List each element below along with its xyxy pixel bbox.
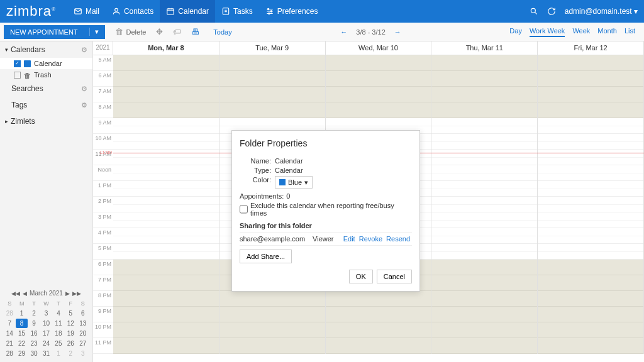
color-select[interactable]: Blue ▾	[275, 176, 313, 189]
hour-cell[interactable]	[431, 228, 537, 244]
sidebar-zimlets-header[interactable]: ▸ Zimlets	[0, 113, 92, 129]
mini-day[interactable]: 16	[28, 329, 40, 338]
hour-cell[interactable]	[113, 165, 219, 181]
mini-day[interactable]: 4	[53, 309, 64, 318]
hour-cell[interactable]	[431, 260, 537, 275]
refresh-icon[interactable]	[547, 7, 556, 16]
mini-day[interactable]: 7	[4, 319, 15, 328]
mini-day[interactable]: 19	[65, 329, 76, 338]
hour-cell[interactable]	[431, 338, 537, 354]
sidebar-calendars-header[interactable]: ▾ Calendars ⚙	[0, 41, 92, 58]
hour-cell[interactable]	[538, 181, 643, 197]
mini-day[interactable]: 6	[77, 309, 89, 318]
day-header-mon[interactable]: Mon, Mar 8	[113, 41, 219, 55]
delete-button[interactable]: 🗑 Delete	[110, 25, 152, 39]
mini-day[interactable]: 15	[16, 329, 27, 338]
hour-cell[interactable]	[113, 181, 219, 197]
mini-day[interactable]: 3	[77, 349, 89, 358]
mini-day[interactable]: 8	[16, 319, 27, 328]
hour-cell[interactable]	[431, 291, 537, 307]
day-header-fri[interactable]: Fri, Mar 12	[538, 41, 644, 55]
hour-cell[interactable]	[219, 307, 325, 322]
mini-day[interactable]: 25	[53, 339, 64, 348]
new-appointment-button[interactable]: NEW APPOINTMENT ▾	[4, 25, 105, 39]
hour-cell[interactable]	[431, 212, 537, 228]
share-edit-link[interactable]: Edit	[343, 235, 355, 243]
hour-cell[interactable]	[219, 291, 325, 307]
hour-cell[interactable]	[219, 55, 325, 71]
tab-contacts[interactable]: Contacts	[106, 0, 160, 23]
prev-week-button[interactable]: ←	[340, 28, 347, 36]
mini-day[interactable]: 30	[28, 349, 40, 358]
hour-cell[interactable]	[219, 338, 325, 354]
view-week[interactable]: Week	[572, 27, 590, 37]
hour-cell[interactable]	[219, 322, 325, 338]
mini-prev-month[interactable]: ◀	[23, 290, 27, 297]
day-column[interactable]	[538, 55, 644, 354]
hour-cell[interactable]	[113, 275, 219, 291]
mini-next-month[interactable]: ▶	[65, 290, 70, 297]
hour-cell[interactable]	[431, 118, 537, 134]
mini-day[interactable]: 3	[40, 309, 52, 318]
mini-day[interactable]: 2	[65, 349, 76, 358]
hour-cell[interactable]	[326, 338, 431, 354]
hour-cell[interactable]	[431, 322, 537, 338]
hour-cell[interactable]	[538, 291, 643, 307]
hour-cell[interactable]	[113, 291, 219, 307]
day-header-tue[interactable]: Tue, Mar 9	[219, 41, 326, 55]
hour-cell[interactable]	[431, 275, 537, 291]
hour-cell[interactable]	[538, 102, 643, 118]
view-day[interactable]: Day	[509, 27, 522, 37]
hour-cell[interactable]	[113, 244, 219, 260]
hour-cell[interactable]	[219, 102, 325, 118]
hour-cell[interactable]	[431, 134, 537, 150]
sidebar-tags-header[interactable]: Tags ⚙	[0, 97, 92, 113]
hour-cell[interactable]	[326, 71, 431, 87]
mini-day[interactable]: 17	[40, 329, 52, 338]
hour-cell[interactable]	[431, 244, 537, 260]
gear-icon[interactable]: ⚙	[81, 101, 87, 109]
hour-cell[interactable]	[113, 322, 219, 338]
hour-cell[interactable]	[326, 307, 431, 322]
hour-cell[interactable]	[113, 212, 219, 228]
print-button[interactable]: 🖶	[186, 25, 204, 39]
hour-cell[interactable]	[113, 197, 219, 212]
hour-cell[interactable]	[538, 87, 643, 102]
sidebar-searches-header[interactable]: Searches ⚙	[0, 80, 92, 97]
hour-cell[interactable]	[538, 212, 643, 228]
exclude-checkbox[interactable]	[240, 202, 248, 217]
mini-day[interactable]: 12	[65, 319, 76, 328]
hour-cell[interactable]	[431, 165, 537, 181]
day-header-thu[interactable]: Thu, Mar 11	[431, 41, 538, 55]
mini-day[interactable]: 13	[77, 319, 89, 328]
hour-cell[interactable]	[538, 275, 643, 291]
hour-cell[interactable]	[326, 291, 431, 307]
hour-cell[interactable]	[326, 87, 431, 102]
hour-cell[interactable]	[113, 307, 219, 322]
mini-day[interactable]: 27	[77, 339, 89, 348]
hour-cell[interactable]	[431, 87, 537, 102]
hour-cell[interactable]	[431, 181, 537, 197]
hour-cell[interactable]	[538, 338, 643, 354]
hour-cell[interactable]	[538, 150, 643, 165]
mini-day[interactable]: 21	[4, 339, 15, 348]
user-label[interactable]: admin@domain.test ▾	[565, 7, 638, 16]
hour-cell[interactable]	[113, 87, 219, 102]
mini-next-year[interactable]: ▶▶	[72, 290, 81, 297]
mini-day[interactable]: 20	[77, 329, 89, 338]
hour-cell[interactable]	[113, 228, 219, 244]
hour-cell[interactable]	[538, 322, 643, 338]
search-icon[interactable]	[530, 7, 538, 16]
hour-cell[interactable]	[538, 118, 643, 134]
hour-cell[interactable]	[538, 71, 643, 87]
gear-icon[interactable]: ⚙	[81, 85, 87, 93]
hour-cell[interactable]	[113, 150, 219, 165]
hour-cell[interactable]	[219, 87, 325, 102]
gear-icon[interactable]: ⚙	[81, 46, 87, 54]
view-work-week[interactable]: Work Week	[530, 27, 565, 37]
tab-preferences[interactable]: Preferences	[259, 0, 325, 23]
hour-cell[interactable]	[538, 165, 643, 181]
mini-day[interactable]: 9	[28, 319, 40, 328]
hour-cell[interactable]	[538, 228, 643, 244]
hour-cell[interactable]	[113, 134, 219, 150]
